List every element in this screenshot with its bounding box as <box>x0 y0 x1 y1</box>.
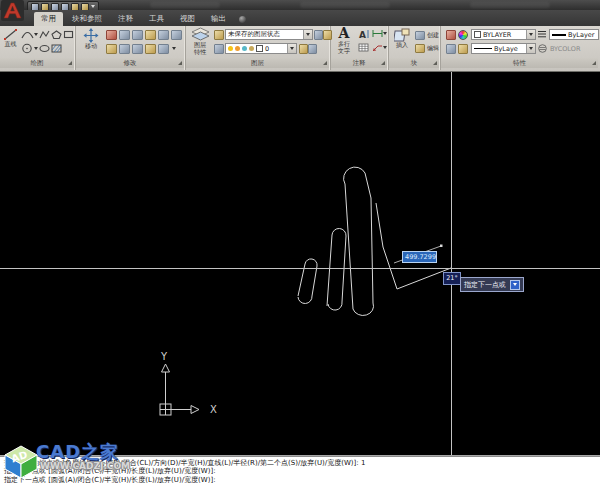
layer-off-icon[interactable] <box>308 44 317 54</box>
layer-properties-button[interactable]: 图层 特性 <box>189 27 211 55</box>
list-icon[interactable] <box>458 44 468 54</box>
options-arrow-icon[interactable] <box>510 280 520 290</box>
color-swatch <box>474 31 481 38</box>
panel-layers-expander-icon[interactable] <box>323 61 327 65</box>
tab-output[interactable]: 输出 <box>204 12 233 26</box>
titlebar-artifact <box>470 2 550 8</box>
ellipse-button[interactable] <box>39 44 50 53</box>
rectangle-button[interactable] <box>63 30 74 39</box>
explode-icon[interactable] <box>158 44 169 54</box>
ribbon: 直线 <box>0 26 600 72</box>
layer-state-icon[interactable] <box>214 30 224 40</box>
line-button[interactable]: 直线 <box>2 28 19 48</box>
fillet-icon[interactable] <box>119 44 130 54</box>
object-color-dropdown[interactable]: BYLAYER <box>471 29 536 40</box>
crosshair-vertical <box>451 72 452 455</box>
polyline-button[interactable] <box>39 30 50 39</box>
panel-layers-label: 图层 <box>186 58 329 68</box>
modify-flyout-icon[interactable] <box>172 47 176 50</box>
lineweight-dropdown[interactable]: ByLayer <box>549 29 599 40</box>
panel-draw-label: 绘图 <box>0 58 74 68</box>
stretch-icon[interactable] <box>145 44 156 54</box>
watermark-site-url: WWW.CADZJ.COM <box>40 461 130 471</box>
dimension-button[interactable] <box>372 29 387 38</box>
tab-tools[interactable]: 工具 <box>142 12 171 26</box>
mtext-button[interactable]: A 多行 文字 <box>333 26 355 54</box>
hatch-icon <box>51 44 62 53</box>
leader-button[interactable] <box>372 43 387 52</box>
dynamic-input-angle: 21° <box>443 272 461 285</box>
erase-icon[interactable] <box>106 30 117 40</box>
ucs-icon <box>160 364 199 415</box>
titlebar-artifact <box>300 2 390 8</box>
tab-view[interactable]: 视图 <box>173 12 202 26</box>
layer-dropdown[interactable]: 0 <box>225 43 297 54</box>
table-button[interactable] <box>358 43 369 52</box>
mirror-icon[interactable] <box>132 30 143 40</box>
circle-button[interactable] <box>21 43 38 54</box>
layer-match-icon[interactable] <box>214 44 224 54</box>
copy-icon[interactable] <box>119 30 130 40</box>
dimension-flyout-icon <box>383 32 387 35</box>
layer-prev-icon[interactable] <box>299 44 308 54</box>
ucs-x-label: X <box>210 404 217 415</box>
circle-flyout-icon <box>34 47 38 50</box>
layers-icon <box>191 27 210 42</box>
drawing-canvas[interactable]: Y X 499.7299 21° 指定下一点或 <box>0 72 600 455</box>
autocad-logo-icon <box>1 0 24 21</box>
sketch-finger-large <box>344 167 374 315</box>
properties-palette-icon[interactable] <box>446 44 456 54</box>
layer-isolate-icon[interactable] <box>314 30 323 40</box>
create-block-label: 创建 <box>427 31 439 40</box>
offset-icon[interactable] <box>145 30 156 40</box>
panel-draw: 直线 <box>0 26 76 70</box>
panel-modify-expander-icon[interactable] <box>178 61 182 65</box>
linetype-dropdown[interactable]: ByLaye <box>471 43 536 54</box>
match-properties-icon[interactable] <box>446 30 456 40</box>
dropdown-arrow-icon <box>287 44 296 53</box>
trim-icon[interactable] <box>106 44 117 54</box>
mtext-icon: A <box>333 26 355 41</box>
autocad-menu-button[interactable] <box>1 0 24 21</box>
text-style-button[interactable]: A <box>358 29 370 39</box>
layer-properties-label: 特性 <box>189 49 211 56</box>
arc-button[interactable] <box>21 29 38 39</box>
create-block-button[interactable]: 创建 <box>415 31 439 40</box>
watermark-logo: AD <box>3 444 39 480</box>
line-button-label: 直线 <box>2 41 19 48</box>
edit-block-button[interactable]: 编辑 <box>415 44 439 53</box>
linetype-sample <box>474 48 492 49</box>
panel-layers: 图层 特性 未保存的图层状态 0 图层 <box>186 26 331 70</box>
polygon-icon <box>51 30 62 39</box>
minimize-ribbon-icon[interactable] <box>239 16 246 23</box>
panel-block-expander-icon[interactable] <box>433 61 437 65</box>
color-wheel-icon[interactable] <box>458 30 468 40</box>
scale-icon[interactable] <box>132 44 143 54</box>
sketch-finger-medium <box>327 228 346 310</box>
move-icon <box>83 28 99 43</box>
rotate-icon[interactable] <box>171 30 182 40</box>
rubber-band-line <box>376 203 451 289</box>
layer-state-dropdown[interactable]: 未保存的图层状态 <box>225 29 313 40</box>
insert-block-button[interactable]: 插入 <box>392 28 412 49</box>
polygon-button[interactable] <box>51 30 62 39</box>
panel-properties-expander-icon[interactable] <box>592 61 596 65</box>
dynamic-input-tooltip: 指定下一点或 <box>460 277 524 292</box>
tab-blocks-references[interactable]: 块和参照 <box>65 12 109 26</box>
move-button[interactable]: 移动 <box>81 28 101 50</box>
panel-draw-expander-icon[interactable] <box>68 61 72 65</box>
text-style-icon: A <box>358 29 370 39</box>
plot-style-icon[interactable] <box>538 44 547 53</box>
panel-annotate-expander-icon[interactable] <box>381 61 385 65</box>
layer-lock-icon <box>242 46 247 51</box>
lineweight-icon[interactable] <box>538 30 546 38</box>
array-icon[interactable] <box>158 30 169 40</box>
edit-block-icon <box>415 44 425 53</box>
dynamic-input-distance[interactable]: 499.7299 <box>402 251 437 263</box>
tab-home[interactable]: 常用 <box>34 12 63 26</box>
hatch-button[interactable] <box>51 44 62 53</box>
polyline-icon <box>39 30 50 39</box>
toolbar-options-icon[interactable] <box>91 5 95 8</box>
tab-annotate[interactable]: 注释 <box>111 12 140 26</box>
dropdown-arrow-icon <box>526 44 535 53</box>
